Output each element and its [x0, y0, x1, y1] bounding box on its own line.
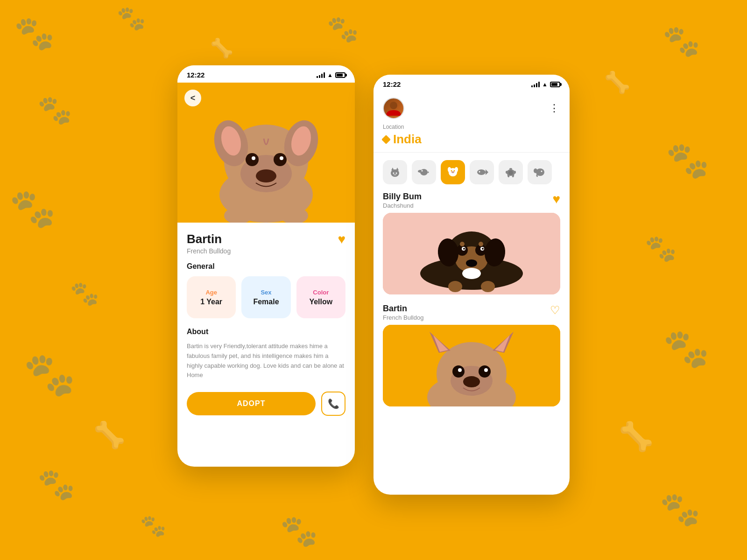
svg-marker-31: [486, 169, 488, 175]
general-section-title: General: [187, 262, 345, 271]
sex-value: Female: [253, 298, 279, 306]
about-text: Bartin is very Friendly,tolerant attitud…: [187, 342, 345, 380]
time-right: 12:22: [383, 80, 401, 88]
age-value: 1 Year: [200, 298, 222, 306]
svg-point-28: [454, 170, 455, 172]
adopt-button[interactable]: ADOPT: [187, 392, 316, 415]
signal-left: [317, 72, 325, 78]
category-turtle[interactable]: [499, 160, 523, 184]
svg-marker-16: [391, 168, 394, 170]
pet-info-1: Billy Bum Dachshund: [383, 192, 422, 209]
svg-point-60: [481, 281, 495, 292]
age-card: Age 1 Year: [187, 276, 236, 318]
svg-point-59: [448, 281, 462, 292]
menu-dots-button[interactable]: ⋮: [549, 102, 560, 114]
wifi-right: ▲: [542, 81, 548, 88]
time-left: 12:22: [187, 71, 204, 79]
pet-image-1: [383, 213, 560, 294]
signal-right: [531, 82, 540, 87]
svg-point-29: [451, 171, 454, 173]
color-label: Color: [313, 289, 329, 296]
pet-list-name-2: Bartin: [383, 304, 423, 314]
svg-point-35: [509, 168, 512, 170]
svg-point-19: [396, 173, 397, 174]
info-cards: Age 1 Year Sex Female Color Yellow: [187, 276, 345, 318]
svg-point-66: [452, 365, 465, 378]
pet-list: Billy Bum Dachshund ♥: [374, 192, 570, 416]
svg-point-30: [477, 169, 486, 175]
pet-name-group: Bartin French Bulldog: [187, 232, 231, 255]
category-cat[interactable]: [383, 160, 407, 184]
location-label: Location: [383, 124, 560, 130]
about-section-title: About: [187, 328, 345, 336]
svg-point-53: [460, 242, 465, 246]
svg-point-15: [391, 169, 399, 177]
svg-point-52: [482, 248, 484, 250]
status-icons-left: ▲: [317, 72, 345, 78]
phones-container: 12:22 ▲: [177, 65, 570, 495]
svg-point-51: [463, 248, 465, 250]
pet-name: Bartin: [187, 232, 231, 246]
svg-point-6: [252, 156, 255, 160]
svg-point-14: [390, 102, 397, 109]
svg-point-57: [466, 259, 477, 267]
svg-point-42: [541, 171, 543, 172]
battery-right: [550, 82, 560, 87]
pet-image-2: [383, 325, 560, 406]
favorite-heart[interactable]: ♥: [338, 232, 345, 247]
pet-header: Bartin French Bulldog ♥: [187, 232, 345, 255]
pet-hero-image: <: [177, 83, 355, 223]
list-item: Bartin French Bulldog ♡: [383, 304, 560, 406]
category-tabs: [374, 153, 570, 192]
left-phone: 12:22 ▲: [177, 65, 355, 467]
svg-point-67: [479, 365, 491, 378]
back-button[interactable]: <: [184, 90, 201, 106]
color-card: Color Yellow: [296, 276, 345, 318]
pet-info-2: Bartin French Bulldog: [383, 304, 423, 321]
call-button[interactable]: 📞: [321, 392, 345, 416]
sex-label: Sex: [261, 289, 271, 296]
user-header: ⋮: [374, 92, 570, 124]
battery-left: [335, 72, 345, 78]
user-avatar[interactable]: [383, 98, 404, 119]
status-icons-right: ▲: [531, 81, 560, 88]
category-bird[interactable]: [412, 160, 436, 184]
svg-point-32: [479, 171, 480, 173]
bulldog-svg: [177, 83, 355, 223]
location-value: India: [383, 132, 560, 147]
location-icon: [381, 135, 391, 144]
age-label: Age: [205, 289, 217, 296]
pet-breed: French Bulldog: [187, 247, 231, 255]
wifi-left: ▲: [327, 72, 333, 78]
svg-point-7: [280, 156, 283, 160]
svg-point-69: [484, 368, 488, 372]
pet-list-name-1: Billy Bum: [383, 192, 422, 202]
status-bar-right: 12:22 ▲: [374, 75, 570, 92]
sex-card: Sex Female: [241, 276, 290, 318]
favorite-2[interactable]: ♡: [550, 304, 560, 317]
pet-list-breed-2: French Bulldog: [383, 314, 423, 321]
pet-list-header-1: Billy Bum Dachshund ♥: [383, 192, 560, 209]
list-item: Billy Bum Dachshund ♥: [383, 192, 560, 294]
pet-list-header-2: Bartin French Bulldog ♡: [383, 304, 560, 321]
svg-point-18: [393, 173, 395, 174]
favorite-1[interactable]: ♥: [552, 192, 560, 207]
svg-point-68: [458, 368, 462, 372]
svg-point-54: [479, 242, 483, 246]
svg-point-41: [534, 168, 537, 173]
svg-point-4: [246, 153, 259, 166]
status-bar-left: 12:22 ▲: [177, 65, 355, 83]
location-section: Location India: [374, 124, 570, 153]
svg-point-37: [514, 171, 516, 174]
color-value: Yellow: [309, 298, 332, 306]
phone-icon: 📞: [328, 398, 339, 409]
svg-point-5: [274, 153, 287, 166]
svg-point-65: [463, 376, 480, 387]
action-buttons: ADOPT 📞: [187, 392, 345, 416]
category-elephant[interactable]: [528, 160, 552, 184]
svg-point-36: [506, 171, 507, 174]
svg-marker-17: [396, 168, 399, 170]
svg-point-3: [256, 169, 276, 182]
category-fish[interactable]: [470, 160, 494, 184]
category-dog[interactable]: [441, 160, 465, 184]
